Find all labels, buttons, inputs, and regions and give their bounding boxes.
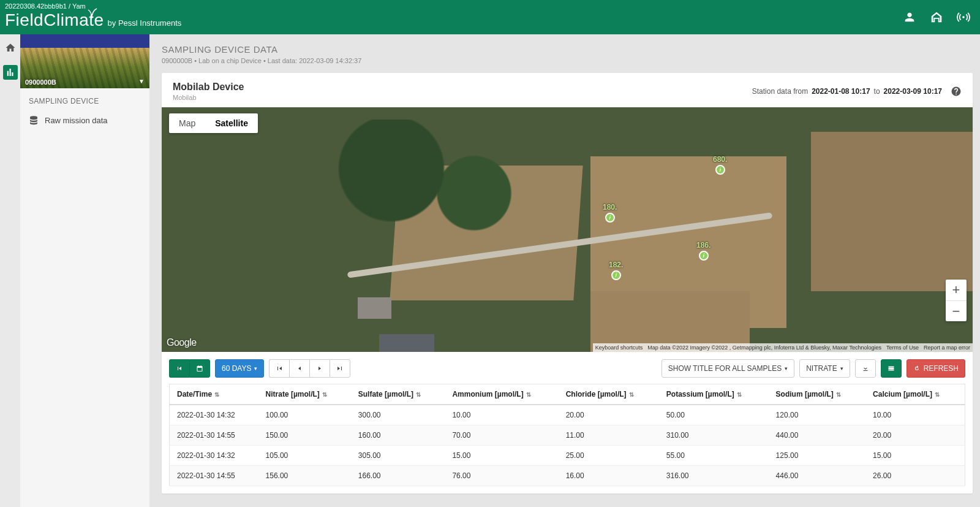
farm-icon[interactable] [930,10,943,24]
table-row[interactable]: 2022-01-30 14:55150.00160.0070.0011.0031… [170,425,965,446]
zoom-out-button[interactable]: − [946,300,967,321]
zoom-control: + − [946,280,967,321]
table-cell: 150.00 [258,425,351,446]
terms-link[interactable]: Terms of Use [886,345,919,351]
sidebar: 0900000B ▼ SAMPLING DEVICE Raw mission d… [20,34,149,507]
station-selector[interactable]: 0900000B ▼ [20,34,149,88]
date-range: Station data from 2022-01-08 10:17 to 20… [752,86,962,97]
keyboard-shortcuts-link[interactable]: Keyboard shortcuts [595,345,643,351]
table-cell: 11.00 [559,425,659,446]
table-cell: 20.00 [865,425,965,446]
table-cell: 2022-01-30 14:55 [170,425,258,446]
sidebar-item-raw-mission-data[interactable]: Raw mission data [20,112,149,129]
page-title: SAMPLING DEVICE DATA [162,44,973,55]
nav-next-button[interactable] [309,359,330,378]
table-cell: 446.00 [769,466,865,486]
map-type-switch: Map Satellite [169,113,258,133]
sort-icon: ⇅ [322,391,327,398]
sort-icon: ⇅ [836,391,841,398]
refresh-button[interactable]: REFRESH [907,359,965,378]
column-header[interactable]: Calcium [µmol/L]⇅ [865,384,965,405]
map-type-map[interactable]: Map [169,113,205,133]
data-table: Date/Time⇅Nitrate [µmol/L]⇅Sulfate [µmol… [169,384,965,486]
range-to-word: to [874,87,880,96]
column-header[interactable]: Potassium [µmol/L]⇅ [659,384,769,405]
sort-icon: ⇅ [737,391,742,398]
nav-last-button[interactable] [330,359,350,378]
table-cell: 105.00 [258,446,351,466]
table-cell: 10.00 [865,405,965,425]
map-marker[interactable]: 182. [609,261,623,280]
table-cell: 2022-01-30 14:55 [170,466,258,486]
marker-pin-icon [611,270,621,280]
column-header[interactable]: Sulfate [µmol/L]⇅ [351,384,445,405]
date-from[interactable]: 2022-01-08 10:17 [812,87,870,96]
table-cell: 15.00 [445,446,558,466]
date-to[interactable]: 2022-03-09 10:17 [884,87,942,96]
table-row[interactable]: 2022-01-30 14:32105.00305.0015.0025.0055… [170,446,965,466]
table-cell: 310.00 [659,425,769,446]
google-logo: Google [167,337,197,348]
column-header[interactable]: Sodium [µmol/L]⇅ [769,384,865,405]
rail-home[interactable] [3,40,18,55]
calendar-button[interactable] [189,359,210,378]
table-cell: 50.00 [659,405,769,425]
zoom-in-button[interactable]: + [946,280,967,300]
marker-label: 186. [696,241,710,250]
map-marker[interactable]: 680. [713,155,727,175]
breadcrumb[interactable]: 20220308.42bbb9b1 / Yam [5,2,86,10]
table-cell: 2022-01-30 14:32 [170,405,258,425]
table-cell: 25.00 [559,446,659,466]
table-row[interactable]: 2022-01-30 14:55156.00166.0076.0016.0031… [170,466,965,486]
sort-icon: ⇅ [629,391,634,398]
marker-pin-icon [699,251,709,261]
download-button[interactable] [855,359,876,378]
user-icon[interactable] [903,10,916,24]
table-cell: 120.00 [769,405,865,425]
nav-prev-button[interactable] [289,359,309,378]
range-prefix: Station data from [752,87,808,96]
table-cell: 76.00 [445,466,558,486]
map-type-satellite[interactable]: Satellite [205,113,258,133]
sort-icon: ⇅ [526,391,531,398]
logo-text-sub: by Pessl Instruments [108,18,182,28]
table-cell: 166.00 [351,466,445,486]
table-cell: 10.00 [445,405,558,425]
table-view-button[interactable] [881,359,902,378]
first-page-button[interactable] [169,359,189,378]
refresh-label: REFRESH [924,364,959,373]
column-header[interactable]: Ammonium [µmol/L]⇅ [445,384,558,405]
content-area: SAMPLING DEVICE DATA 0900000B • Lab on a… [149,34,980,507]
table-cell: 2022-01-30 14:32 [170,446,258,466]
broadcast-icon[interactable] [957,10,970,24]
rail-data[interactable] [3,65,18,80]
days-dropdown[interactable]: 60 DAYS [215,359,264,378]
map-view[interactable]: Map Satellite 680.180.186.182. + − Googl… [162,107,973,352]
table-cell: 55.00 [659,446,769,466]
nav-first-button[interactable] [269,359,289,378]
device-subtitle: Mobilab [173,94,244,101]
table-cell: 160.00 [351,425,445,446]
app-logo[interactable]: FieldClimate by Pessl Instruments [5,10,181,30]
column-header[interactable]: Chloride [µmol/L]⇅ [559,384,659,405]
show-title-dropdown[interactable]: SHOW TITLE FOR ALL SAMPLES [662,359,794,378]
app-header: 20220308.42bbb9b1 / Yam FieldClimate by … [0,0,980,34]
nitrate-dropdown[interactable]: NITRATE [799,359,850,378]
table-cell: 125.00 [769,446,865,466]
help-icon[interactable] [951,86,962,97]
map-marker[interactable]: 180. [603,203,617,223]
table-cell: 156.00 [258,466,351,486]
leaf-icon [87,6,99,20]
marker-label: 180. [603,203,617,212]
map-marker[interactable]: 186. [696,241,710,261]
marker-label: 680. [713,155,727,164]
column-header[interactable]: Date/Time⇅ [170,384,258,405]
table-cell: 440.00 [769,425,865,446]
chevron-down-icon: ▼ [138,78,145,85]
table-cell: 100.00 [258,405,351,425]
table-cell: 20.00 [559,405,659,425]
table-row[interactable]: 2022-01-30 14:32100.00300.0010.0020.0050… [170,405,965,425]
report-error-link[interactable]: Report a map error [924,345,970,351]
column-header[interactable]: Nitrate [µmol/L]⇅ [258,384,351,405]
marker-pin-icon [715,165,725,175]
